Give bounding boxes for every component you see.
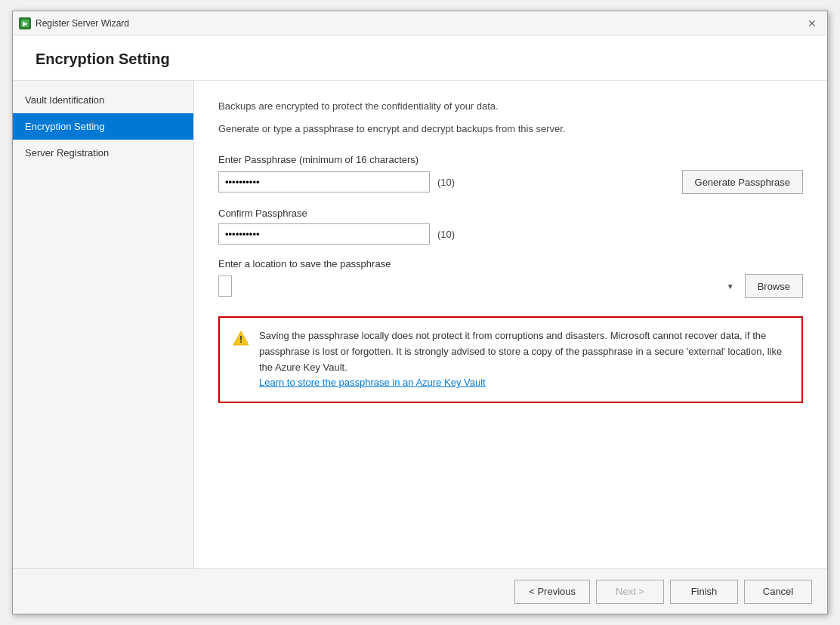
warning-message: Saving the passphrase locally does not p…: [259, 330, 782, 373]
passphrase-input-group: (10): [218, 171, 465, 192]
page-header: Encryption Setting: [13, 35, 827, 81]
wizard-window: ▶ Register Server Wizard ✕ Encryption Se…: [12, 11, 828, 614]
dropdown-arrow-icon: ▼: [727, 282, 734, 291]
close-button[interactable]: ✕: [803, 14, 821, 32]
titlebar: ▶ Register Server Wizard ✕: [13, 11, 827, 35]
app-icon: ▶: [19, 17, 31, 29]
browse-button[interactable]: Browse: [745, 274, 803, 298]
confirm-label: Confirm Passphrase: [218, 208, 803, 219]
description1: Backups are encrypted to protect the con…: [218, 99, 803, 114]
sidebar-item-encryption-setting[interactable]: Encryption Setting: [13, 113, 193, 140]
sidebar-item-vault-identification[interactable]: Vault Identification: [13, 87, 193, 113]
cancel-button[interactable]: Cancel: [744, 580, 812, 604]
sidebar-item-server-registration[interactable]: Server Registration: [13, 140, 193, 166]
main-content: Backups are encrypted to protect the con…: [194, 81, 827, 568]
description2: Generate or type a passphrase to encrypt…: [218, 122, 803, 137]
generate-passphrase-button[interactable]: Generate Passphrase: [682, 170, 803, 194]
content-area: Vault Identification Encryption Setting …: [13, 81, 827, 568]
confirm-row: (10): [218, 223, 803, 245]
azure-key-vault-link[interactable]: Learn to store the passphrase in an Azur…: [259, 377, 486, 388]
confirm-count: (10): [437, 229, 465, 240]
svg-text:▶: ▶: [23, 20, 28, 27]
passphrase-row: (10) Generate Passphrase: [218, 170, 803, 194]
page-title: Encryption Setting: [36, 51, 804, 68]
window-title: Register Server Wizard: [36, 18, 129, 29]
warning-text-content: Saving the passphrase locally does not p…: [259, 328, 789, 391]
sidebar: Vault Identification Encryption Setting …: [13, 81, 194, 568]
location-label: Enter a location to save the passphrase: [218, 258, 803, 269]
confirm-input-group: (10): [218, 223, 465, 245]
next-button[interactable]: Next >: [596, 580, 664, 604]
warning-box: ! Saving the passphrase locally does not…: [218, 316, 803, 403]
passphrase-section: Enter Passphrase (minimum of 16 characte…: [218, 154, 803, 403]
location-dropdown[interactable]: [218, 276, 232, 297]
svg-text:!: !: [239, 334, 242, 345]
confirm-input[interactable]: [218, 223, 430, 245]
location-dropdown-wrapper: ▼: [218, 276, 739, 297]
finish-button[interactable]: Finish: [670, 580, 738, 604]
location-row: ▼ Browse: [218, 274, 803, 298]
passphrase-input[interactable]: [218, 171, 430, 192]
passphrase-label: Enter Passphrase (minimum of 16 characte…: [218, 154, 803, 165]
warning-icon: !: [232, 330, 250, 348]
previous-button[interactable]: < Previous: [514, 580, 590, 604]
passphrase-count: (10): [437, 177, 465, 188]
titlebar-left: ▶ Register Server Wizard: [19, 17, 129, 29]
footer: < Previous Next > Finish Cancel: [13, 568, 827, 614]
